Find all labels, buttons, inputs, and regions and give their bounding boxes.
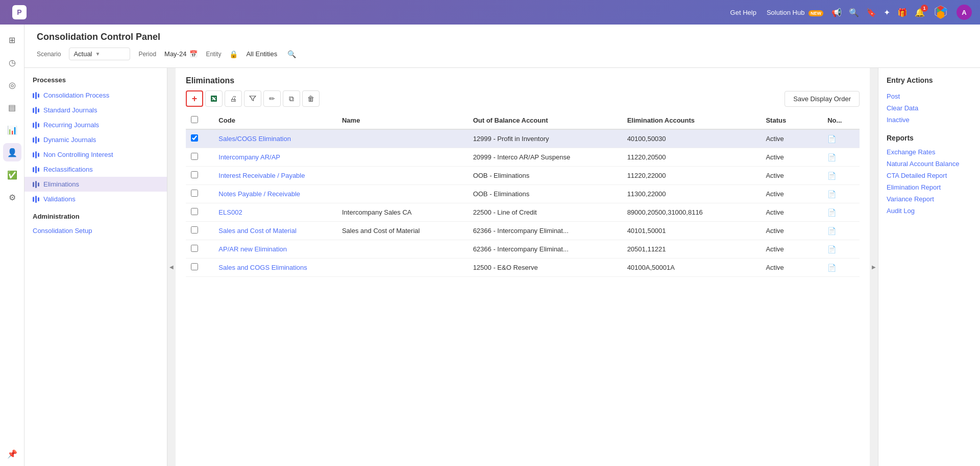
row-status: Active xyxy=(761,148,822,167)
nav-label: Validations xyxy=(43,195,76,203)
nav-recurring-journals[interactable]: Recurring Journals xyxy=(24,118,167,132)
get-help-button[interactable]: Get Help xyxy=(730,9,756,16)
row-notes-icon[interactable]: 📄 xyxy=(822,203,860,222)
bars-icon xyxy=(33,166,39,173)
report-link[interactable]: Elimination Report xyxy=(887,181,972,193)
table-row: Sales and COGS Eliminations 12500 - E&O … xyxy=(186,259,860,277)
report-link[interactable]: Natural Account Balance xyxy=(887,158,972,170)
row-elim: 40100A,50001A xyxy=(622,259,761,277)
table-row: Sales/COGS Elimination 12999 - Profit in… xyxy=(186,129,860,148)
solution-hub-button[interactable]: Solution Hub NEW xyxy=(767,9,823,16)
nav-eliminations[interactable]: Eliminations xyxy=(24,177,167,192)
page-title: Consolidation Control Panel xyxy=(37,32,968,42)
row-notes-icon[interactable]: 📄 xyxy=(822,259,860,277)
sidebar-user-icon[interactable]: 👤 xyxy=(3,143,21,161)
row-notes-icon[interactable]: 📄 xyxy=(822,240,860,259)
gift-icon[interactable]: 🎁 xyxy=(897,8,908,17)
row-code: Sales and COGS Eliminations xyxy=(213,259,337,277)
row-checkbox[interactable] xyxy=(191,226,198,234)
select-all-checkbox[interactable] xyxy=(191,116,198,123)
row-status: Active xyxy=(761,129,822,148)
row-status: Active xyxy=(761,240,822,259)
nav-consolidation-setup[interactable]: Consolidation Setup xyxy=(24,223,167,238)
row-checkbox[interactable] xyxy=(191,208,198,215)
notification-badge: 1 xyxy=(921,5,928,12)
row-checkbox[interactable] xyxy=(191,190,198,197)
row-checkbox[interactable] xyxy=(191,153,198,160)
app-logo[interactable]: P xyxy=(12,5,27,19)
user-avatar[interactable]: A xyxy=(957,5,972,20)
inactive-link[interactable]: Inactive xyxy=(887,114,972,126)
left-collapse-handle[interactable]: ◀ xyxy=(167,68,176,466)
table-row: AP/AR new Elimination 62366 - Intercompa… xyxy=(186,240,860,259)
scenario-dropdown[interactable]: Actual ▼ xyxy=(69,48,130,60)
row-oob: OOB - Eliminations xyxy=(468,185,622,203)
calendar-icon[interactable]: 📅 xyxy=(189,50,198,58)
filter-button[interactable] xyxy=(244,90,261,107)
bell-icon[interactable]: 🔔 1 xyxy=(915,8,925,17)
nav-dynamic-journals[interactable]: Dynamic Journals xyxy=(24,132,167,147)
clear-data-link[interactable]: Clear Data xyxy=(887,102,972,114)
table-row: ELS002 Intercompany Sales CA 22500 - Lin… xyxy=(186,203,860,222)
colorful-logo[interactable] xyxy=(932,4,949,21)
report-link[interactable]: Audit Log xyxy=(887,205,972,217)
nav-validations[interactable]: Validations xyxy=(24,192,167,206)
right-collapse-handle[interactable]: ▶ xyxy=(870,68,878,466)
report-link[interactable]: CTA Detailed Report xyxy=(887,170,972,181)
row-elim: 40101,50001 xyxy=(622,222,761,240)
nav-label: Recurring Journals xyxy=(43,121,99,129)
sidebar-pin-icon[interactable]: 📌 xyxy=(3,448,21,466)
bars-icon xyxy=(33,196,39,203)
row-notes-icon[interactable]: 📄 xyxy=(822,148,860,167)
col-header-notes: No... xyxy=(822,112,860,129)
nav-label: Non Controlling Interest xyxy=(43,151,113,158)
report-link[interactable]: Exchange Rates xyxy=(887,146,972,158)
sidebar-recent-icon[interactable]: ◷ xyxy=(3,53,21,72)
delete-button[interactable]: 🗑 xyxy=(302,90,320,107)
excel-button[interactable] xyxy=(205,90,223,107)
entity-search-button[interactable]: 🔍 xyxy=(287,50,296,58)
top-navigation: P Get Help Solution Hub NEW 📢 🔍 🔖 ✦ 🎁 🔔 … xyxy=(0,0,980,25)
row-checkbox[interactable] xyxy=(191,245,198,252)
row-elim: 89000,20500,31000,8116 xyxy=(622,203,761,222)
bookmark-icon[interactable]: 🔖 xyxy=(866,8,876,17)
row-checkbox[interactable] xyxy=(191,134,198,142)
reports-title: Reports xyxy=(887,134,972,142)
col-header-status: Status xyxy=(761,112,822,129)
row-oob: 62366 - Intercompany Eliminat... xyxy=(468,222,622,240)
search-icon[interactable]: 🔍 xyxy=(849,8,859,17)
col-header-name: Name xyxy=(337,112,468,129)
save-display-order-button[interactable]: Save Display Order xyxy=(785,91,860,107)
nav-consolidation-process[interactable]: Consolidation Process xyxy=(24,88,167,103)
sidebar-grid-icon[interactable]: ▤ xyxy=(3,98,21,116)
print-button[interactable]: 🖨 xyxy=(225,90,242,107)
report-link[interactable]: Variance Report xyxy=(887,193,972,205)
nav-non-controlling-interest[interactable]: Non Controlling Interest xyxy=(24,147,167,162)
row-notes-icon[interactable]: 📄 xyxy=(822,167,860,185)
megaphone-icon[interactable]: 📢 xyxy=(831,8,842,17)
edit-button[interactable]: ✏ xyxy=(263,90,281,107)
table-row: Intercompany AR/AP 20999 - Interco AR/AP… xyxy=(186,148,860,167)
sidebar-home-icon[interactable]: ⊞ xyxy=(3,31,21,49)
post-link[interactable]: Post xyxy=(887,90,972,102)
nav-reclassifications[interactable]: Reclassifications xyxy=(24,162,167,177)
row-status: Active xyxy=(761,167,822,185)
sidebar-check-icon[interactable]: ✅ xyxy=(3,166,21,184)
row-notes-icon[interactable]: 📄 xyxy=(822,222,860,240)
add-button[interactable]: + xyxy=(186,90,203,107)
entity-value: All Entities xyxy=(246,50,277,58)
eliminations-title: Eliminations xyxy=(186,76,234,85)
copy-button[interactable]: ⧉ xyxy=(283,90,300,107)
row-checkbox[interactable] xyxy=(191,263,198,270)
row-elim: 40100,50030 xyxy=(622,129,761,148)
row-checkbox[interactable] xyxy=(191,171,198,178)
period-container: May-24 📅 xyxy=(164,50,198,58)
sidebar-chart-icon[interactable]: 📊 xyxy=(3,121,21,139)
scenario-label: Scenario xyxy=(37,51,61,58)
row-notes-icon[interactable]: 📄 xyxy=(822,185,860,203)
nav-standard-journals[interactable]: Standard Journals xyxy=(24,103,167,118)
sidebar-target-icon[interactable]: ◎ xyxy=(3,76,21,94)
compass-icon[interactable]: ✦ xyxy=(884,8,890,17)
sidebar-settings-icon[interactable]: ⚙ xyxy=(3,188,21,206)
row-notes-icon[interactable]: 📄 xyxy=(822,129,860,148)
